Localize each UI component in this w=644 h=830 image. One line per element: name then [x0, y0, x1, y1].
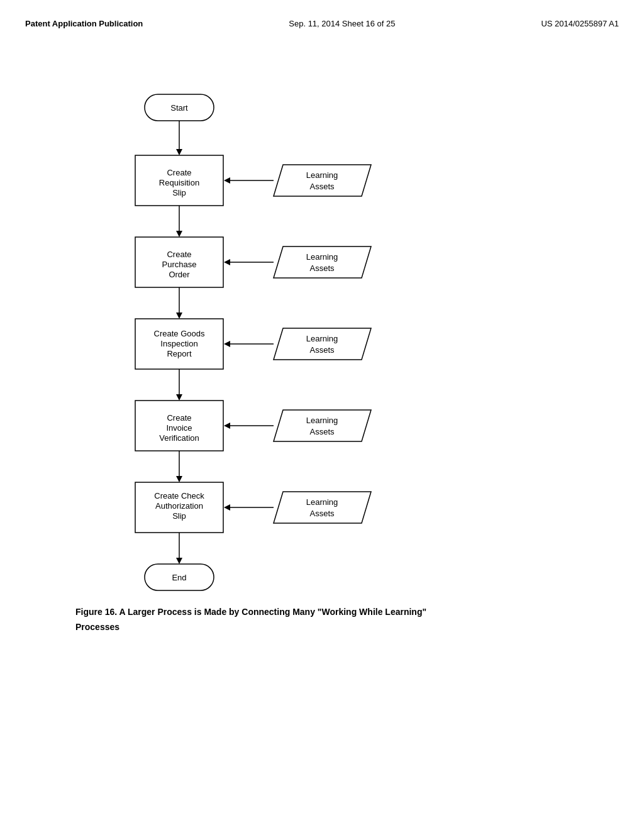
svg-text:Slip: Slip	[172, 188, 186, 197]
caption-area: Figure 16. A Larger Process is Made by C…	[75, 607, 619, 632]
svg-marker-36	[176, 394, 182, 401]
svg-marker-23	[224, 259, 230, 265]
svg-marker-41	[274, 410, 371, 441]
header-center: Sep. 11, 2014 Sheet 16 of 25	[289, 19, 395, 28]
page-header: Patent Application Publication Sep. 11, …	[25, 13, 619, 41]
svg-text:Learning: Learning	[306, 416, 338, 425]
svg-text:Order: Order	[169, 270, 190, 279]
svg-text:Create: Create	[167, 250, 191, 259]
svg-text:Slip: Slip	[172, 511, 186, 521]
svg-marker-30	[274, 328, 371, 360]
svg-text:Inspection: Inspection	[160, 339, 197, 348]
svg-rect-4	[135, 155, 223, 206]
svg-text:Learning: Learning	[306, 334, 338, 343]
svg-rect-0	[145, 94, 214, 121]
svg-text:End: End	[172, 573, 186, 582]
svg-rect-15	[135, 237, 223, 287]
svg-text:Assets: Assets	[309, 345, 335, 355]
page: Patent Application Publication Sep. 11, …	[0, 0, 644, 830]
svg-marker-58	[176, 558, 182, 564]
svg-text:Assets: Assets	[309, 427, 335, 436]
caption-title: Figure 16. A Larger Process is Made by C…	[75, 607, 619, 617]
svg-text:Create: Create	[167, 168, 191, 177]
svg-marker-3	[176, 149, 182, 155]
svg-text:Start: Start	[170, 103, 188, 113]
svg-text:Create: Create	[167, 413, 191, 423]
svg-text:Learning: Learning	[306, 252, 338, 262]
svg-marker-47	[176, 476, 182, 482]
svg-text:Learning: Learning	[306, 170, 338, 180]
svg-text:Learning: Learning	[306, 497, 338, 507]
svg-marker-45	[224, 423, 230, 429]
svg-text:Authorization: Authorization	[155, 501, 203, 511]
svg-rect-26	[135, 319, 223, 369]
svg-marker-52	[274, 492, 371, 523]
svg-marker-12	[224, 177, 230, 184]
svg-rect-59	[145, 564, 214, 590]
svg-text:Invoice: Invoice	[166, 423, 192, 433]
svg-text:Requisition: Requisition	[159, 178, 199, 187]
svg-text:Report: Report	[167, 349, 191, 358]
svg-text:Verification: Verification	[159, 433, 199, 443]
caption-subtitle: Processes	[75, 622, 619, 632]
svg-rect-48	[135, 482, 223, 533]
svg-marker-25	[176, 313, 182, 319]
svg-text:Create Goods: Create Goods	[154, 329, 205, 338]
svg-text:Assets: Assets	[309, 263, 335, 273]
header-left: Patent Application Publication	[25, 19, 143, 28]
svg-text:Create Check: Create Check	[154, 491, 204, 501]
diagram-area: Start Create Requisition Slip Learning A…	[75, 79, 516, 594]
header-right: US 2014/0255897 A1	[541, 19, 619, 28]
svg-text:Assets: Assets	[309, 509, 335, 518]
diagram-svg: Start Create Requisition Slip Learning A…	[75, 79, 516, 594]
svg-marker-34	[224, 341, 230, 347]
svg-marker-14	[176, 231, 182, 237]
svg-rect-37	[135, 401, 223, 451]
svg-text:Assets: Assets	[309, 182, 335, 191]
svg-marker-56	[224, 504, 230, 511]
svg-marker-8	[274, 165, 371, 196]
svg-text:Purchase: Purchase	[162, 260, 197, 269]
svg-marker-19	[274, 246, 371, 278]
